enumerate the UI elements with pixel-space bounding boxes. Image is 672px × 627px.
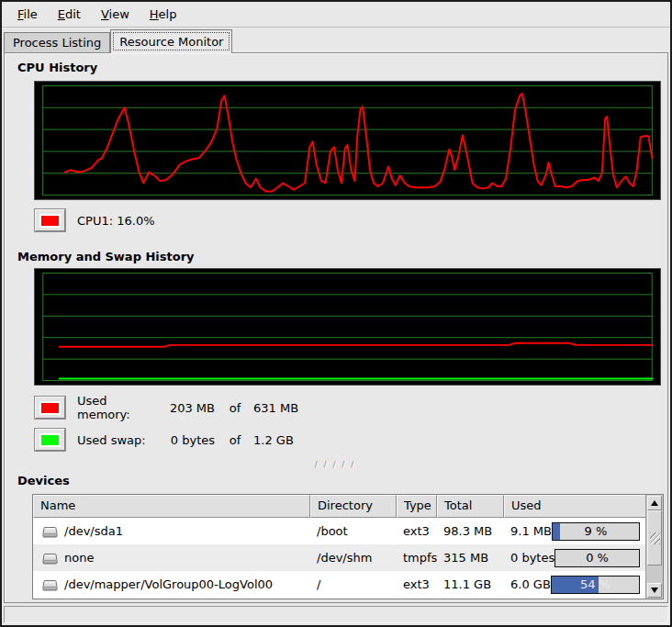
swap-label: Used swap:: [77, 433, 162, 447]
hard-disk-icon: [42, 552, 58, 565]
pane-resize-grip[interactable]: / / / / /: [16, 461, 655, 470]
menubar: FileEditViewHelp: [2, 2, 670, 28]
cpu-history-title: CPU History: [17, 61, 667, 75]
column-header-directory[interactable]: Directory: [310, 495, 397, 518]
thumb-grip-icon: [650, 532, 660, 544]
column-header-type[interactable]: Type: [397, 495, 437, 518]
column-header-total[interactable]: Total: [437, 495, 504, 518]
memory-history-title: Memory and Swap History: [17, 250, 667, 264]
memory-color: [41, 403, 59, 413]
device-usage-progressbar: 54 %: [551, 576, 640, 594]
device-name: /dev/mapper/VolGroup00-LogVol00: [64, 577, 273, 591]
device-row-1[interactable]: /dev/sda1/bootext398.3 MB9.1 MB9 %: [33, 518, 646, 544]
memory-color-swatch-button[interactable]: [35, 397, 65, 419]
menu-help[interactable]: Help: [140, 3, 187, 26]
cpu1-color-swatch: [39, 214, 61, 228]
device-directory-cell: /: [310, 577, 397, 591]
swap-color-swatch-button[interactable]: [35, 429, 65, 451]
swap-used-value: 0 bytes: [162, 433, 215, 447]
device-used-cell: 9.1 MB9 %: [504, 522, 646, 541]
cpu1-color: [41, 216, 59, 226]
device-name: /dev/sda1: [64, 524, 123, 538]
swap-color: [41, 435, 59, 445]
device-type-cell: ext3: [397, 577, 437, 591]
device-used-value: 9.1 MB: [510, 524, 552, 538]
devices-table-body: /dev/sda1/bootext398.3 MB9.1 MB9 %none/d…: [33, 518, 646, 598]
tab-resource-monitor[interactable]: Resource Monitor: [110, 29, 232, 53]
devices-table-header: NameDirectoryTypeTotalUsed: [33, 495, 646, 518]
device-used-cell: 6.0 GB54 %: [504, 576, 646, 594]
devices-title: Devices: [17, 474, 667, 488]
menu-file[interactable]: File: [7, 3, 48, 26]
triangle-down-icon: [651, 588, 658, 593]
progress-percent-label: 54 %: [552, 577, 639, 593]
menu-edit[interactable]: Edit: [48, 3, 91, 26]
scrollbar-thumb[interactable]: [647, 510, 662, 565]
cpu1-usage-label: CPU1: 16.0%: [77, 214, 155, 228]
device-total-cell: 11.1 GB: [437, 577, 504, 591]
swap-legend-row: Used swap:0 bytesof1.2 GB: [35, 429, 667, 451]
device-type-cell: tmpfs: [397, 551, 437, 565]
device-total-cell: 315 MB: [437, 551, 504, 565]
memory-total-value: 631 MB: [253, 401, 298, 415]
hard-disk-icon: [42, 525, 58, 538]
scroll-down-button[interactable]: [647, 583, 662, 598]
tab-process-listing[interactable]: Process Listing: [4, 32, 110, 52]
triangle-up-icon: [651, 500, 658, 506]
memory-label: Used memory:: [77, 394, 162, 421]
hard-disk-icon: [42, 578, 58, 591]
devices-scrollbar[interactable]: [645, 495, 663, 599]
progress-percent-label: 9 %: [553, 523, 639, 540]
device-usage-progressbar: 9 %: [552, 522, 640, 541]
cpu1-color-swatch-button[interactable]: [35, 209, 65, 231]
menu-view[interactable]: View: [91, 3, 140, 26]
progress-percent-label: 0 %: [555, 550, 639, 566]
swap-total-value: 1.2 GB: [253, 433, 294, 447]
device-total-cell: 98.3 MB: [437, 524, 504, 538]
memory-legend: Used memory:203 MBof631 MBUsed swap:0 by…: [16, 397, 667, 451]
cpu-history-graph: [34, 81, 661, 200]
memory-of-label: of: [224, 401, 246, 415]
cpu-legend: CPU1: 16.0%: [35, 209, 667, 231]
column-header-name[interactable]: Name: [33, 495, 310, 518]
device-used-value: 6.0 GB: [510, 577, 551, 591]
memory-used-value: 203 MB: [162, 401, 215, 415]
device-type-cell: ext3: [397, 524, 437, 538]
device-row-2[interactable]: none/dev/shmtmpfs315 MB0 bytes0 %: [33, 544, 646, 571]
device-name: none: [64, 551, 94, 565]
tab-strip: Process ListingResource Monitor: [2, 28, 670, 52]
memory-legend-row: Used memory:203 MBof631 MB: [35, 397, 667, 419]
device-name-cell: /dev/sda1: [33, 524, 310, 538]
device-directory-cell: /boot: [310, 524, 397, 538]
device-directory-cell: /dev/shm: [310, 551, 397, 565]
device-row-3[interactable]: /dev/mapper/VolGroup00-LogVol00/ext311.1…: [33, 571, 646, 598]
device-name-cell: none: [33, 551, 310, 565]
scroll-up-button[interactable]: [647, 496, 662, 510]
device-used-cell: 0 bytes0 %: [504, 549, 646, 567]
device-used-value: 0 bytes: [510, 551, 554, 565]
devices-table: NameDirectoryTypeTotalUsed /dev/sda1/boo…: [32, 494, 664, 599]
swap-of-label: of: [224, 433, 246, 447]
resource-monitor-page: CPU History CPU1: 16.0% Memory and Swap …: [4, 52, 668, 603]
memory-color-swatch: [39, 401, 61, 415]
statusbar: [4, 606, 668, 623]
column-header-used[interactable]: Used: [504, 495, 646, 518]
memory-swap-history-graph: [34, 268, 661, 386]
system-monitor-window: FileEditViewHelp Process ListingResource…: [0, 0, 672, 627]
device-usage-progressbar: 0 %: [554, 549, 640, 567]
device-name-cell: /dev/mapper/VolGroup00-LogVol00: [33, 577, 310, 591]
swap-color-swatch: [39, 433, 61, 447]
